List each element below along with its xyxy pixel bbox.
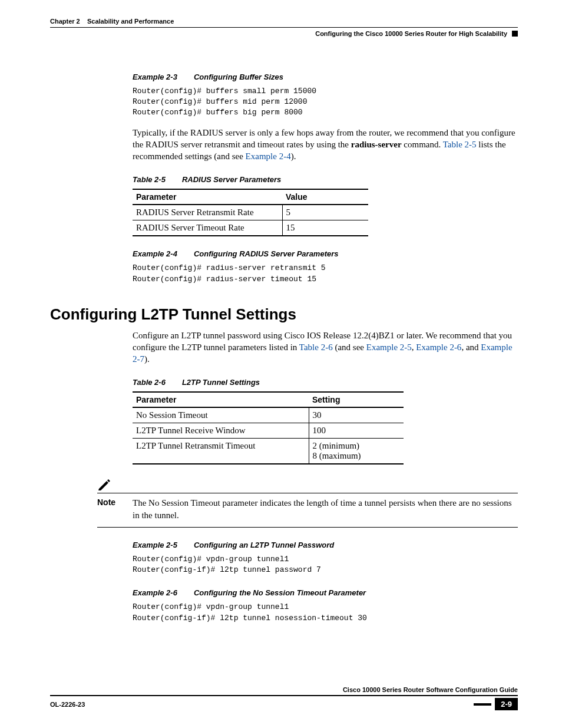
l2tp-paragraph: Configure an L2TP tunnel password using … xyxy=(133,330,518,365)
table-2-6-heading: Table 2-6 L2TP Tunnel Settings xyxy=(133,378,518,387)
table-title-text: L2TP Tunnel Settings xyxy=(182,378,260,387)
link-example-2-4[interactable]: Example 2-4 xyxy=(246,151,291,161)
link-example-2-6[interactable]: Example 2-6 xyxy=(416,342,461,352)
page-number: 2-9 xyxy=(495,698,518,710)
footer-bar-icon xyxy=(474,703,491,706)
header-marker-icon xyxy=(512,31,518,37)
example-2-3-heading: Example 2-3 Configuring Buffer Sizes xyxy=(133,73,518,81)
footer-guide-title: Cisco 10000 Series Router Software Confi… xyxy=(50,686,518,695)
radius-paragraph: Typically, if the RADIUS server is only … xyxy=(133,127,518,163)
table-row: No Session Timeout 30 xyxy=(133,407,404,423)
chapter-label: Chapter 2 xyxy=(50,18,80,25)
example-title-text: Configuring the No Session Timeout Param… xyxy=(194,588,366,597)
example-tag: Example 2-5 xyxy=(133,541,177,549)
radius-server-cmd: radius-server xyxy=(351,140,402,149)
table-row: L2TP Tunnel Retransmit Timeout 2 (minimu… xyxy=(133,439,404,465)
table-col-value: Value xyxy=(282,189,368,205)
example-title-text: Configuring an L2TP Tunnel Password xyxy=(194,541,334,549)
link-table-2-6[interactable]: Table 2-6 xyxy=(299,342,333,352)
example-2-3-code: Router(config)# buffers small perm 15000… xyxy=(133,86,518,118)
note-label: Note xyxy=(97,497,125,521)
example-tag: Example 2-4 xyxy=(133,249,177,258)
table-col-parameter: Parameter xyxy=(133,392,309,407)
main-content: Example 2-3 Configuring Buffer Sizes Rou… xyxy=(133,73,518,624)
note-block: Note The No Session Timeout parameter in… xyxy=(97,477,518,528)
header-left: Chapter 2 Scalability and Performance xyxy=(50,18,174,25)
table-row: RADIUS Server Timeout Rate 15 xyxy=(133,220,368,236)
example-2-5-code: Router(config)# vpdn-group tunnel1 Route… xyxy=(133,554,518,575)
table-col-parameter: Parameter xyxy=(133,189,282,205)
example-tag: Example 2-3 xyxy=(133,73,177,81)
table-col-setting: Setting xyxy=(309,392,404,407)
table-row: RADIUS Server Retransmit Rate 5 xyxy=(133,205,368,220)
example-2-4-code: Router(config)# radius-server retransmit… xyxy=(133,263,518,284)
example-title-text: Configuring RADIUS Server Parameters xyxy=(194,249,339,258)
chapter-title: Scalability and Performance xyxy=(87,18,174,25)
link-table-2-5[interactable]: Table 2-5 xyxy=(443,140,477,149)
example-tag: Example 2-6 xyxy=(133,588,177,597)
section-heading-l2tp: Configuring L2TP Tunnel Settings xyxy=(50,305,518,324)
table-2-5: Parameter Value RADIUS Server Retransmit… xyxy=(133,189,368,236)
link-example-2-5[interactable]: Example 2-5 xyxy=(366,342,412,352)
table-title-text: RADIUS Server Parameters xyxy=(182,175,281,184)
header-section-right: Configuring the Cisco 10000 Series Route… xyxy=(315,30,507,37)
page-header: Chapter 2 Scalability and Performance Co… xyxy=(50,18,518,37)
note-text: The No Session Timeout parameter indicat… xyxy=(133,497,518,521)
example-2-6-heading: Example 2-6 Configuring the No Session T… xyxy=(133,588,518,597)
example-title-text: Configuring Buffer Sizes xyxy=(194,73,283,81)
table-2-6: Parameter Setting No Session Timeout 30 … xyxy=(133,391,404,465)
example-2-6-code: Router(config)# vpdn-group tunnel1 Route… xyxy=(133,602,518,623)
pencil-icon xyxy=(97,477,111,492)
table-tag: Table 2-6 xyxy=(133,378,166,387)
page-footer: Cisco 10000 Series Router Software Confi… xyxy=(50,686,518,710)
example-2-4-heading: Example 2-4 Configuring RADIUS Server Pa… xyxy=(133,249,518,258)
footer-doc-id: OL-2226-23 xyxy=(50,701,85,708)
table-2-5-heading: Table 2-5 RADIUS Server Parameters xyxy=(133,175,518,184)
table-tag: Table 2-5 xyxy=(133,175,166,184)
example-2-5-heading: Example 2-5 Configuring an L2TP Tunnel P… xyxy=(133,541,518,549)
table-row: L2TP Tunnel Receive Window 100 xyxy=(133,423,404,439)
